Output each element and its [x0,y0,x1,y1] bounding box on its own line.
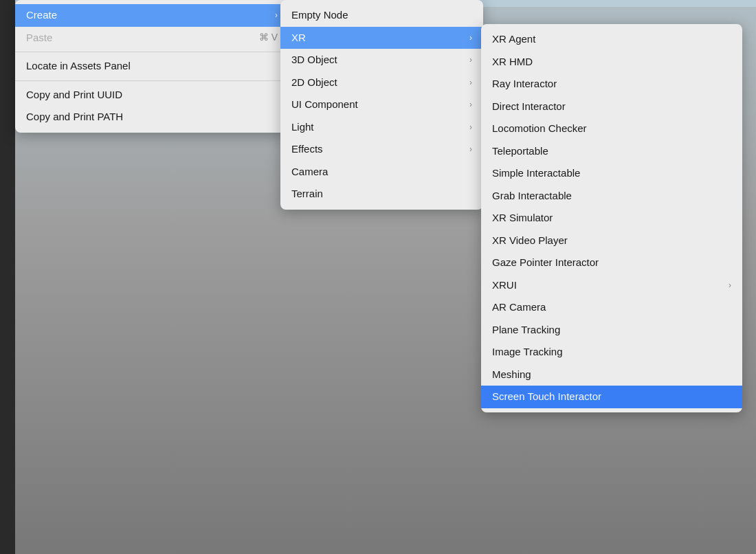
context-menu-level1: Create › Paste ⌘ V Locate in Assets Pane… [15,0,289,133]
menu-item-gaze-pointer-interactor[interactable]: Gaze Pointer Interactor [481,252,742,274]
menu-item-3d-object[interactable]: 3D Object › [280,49,483,71]
menu-item-xr-hmd-label: XR HMD [492,54,731,70]
menu-item-locomotion-checker-label: Locomotion Checker [492,121,731,137]
menu-item-locomotion-checker[interactable]: Locomotion Checker [481,118,742,140]
menu-item-copy-path-label: Copy and Print PATH [26,109,278,125]
menu-item-plane-tracking-label: Plane Tracking [492,322,731,338]
chevron-right-icon: › [275,9,278,21]
menu-item-simple-interactable[interactable]: Simple Interactable [481,162,742,185]
menu-item-grab-interactable-label: Grab Interactable [492,188,731,204]
menu-item-3d-object-label: 3D Object [291,52,469,68]
menu-item-create[interactable]: Create › [15,4,289,27]
menu-item-xr-hmd[interactable]: XR HMD [481,51,742,74]
menu-item-effects-label: Effects [291,142,469,157]
menu-item-direct-interactor-label: Direct Interactor [492,99,731,115]
menu-item-2d-object[interactable]: 2D Object › [280,71,483,94]
3d-object-chevron-icon: › [469,54,472,66]
menu-item-create-label: Create [26,8,275,23]
menu-item-ui-component-label: UI Component [291,97,469,113]
ui-component-chevron-icon: › [469,98,472,111]
menu-divider-2 [15,80,289,81]
effects-chevron-icon: › [469,143,472,155]
light-chevron-icon: › [469,121,472,133]
menu-item-screen-touch-interactor-label: Screen Touch Interactor [492,389,731,405]
menu-item-plane-tracking[interactable]: Plane Tracking [481,319,742,342]
menu-item-ui-component[interactable]: UI Component › [280,93,483,116]
menu-item-effects[interactable]: Effects › [280,138,483,161]
xr-chevron-icon: › [469,32,472,44]
menu-item-xr-label: XR [291,30,469,46]
menu-item-camera[interactable]: Camera [280,161,483,184]
2d-object-chevron-icon: › [469,76,472,89]
menu-item-copy-uuid[interactable]: Copy and Print UUID [15,84,289,107]
menu-item-image-tracking[interactable]: Image Tracking [481,341,742,364]
menu-item-ray-interactor[interactable]: Ray Interactor [481,73,742,96]
menu-item-screen-touch-interactor[interactable]: Screen Touch Interactor [481,386,742,408]
menu-divider-1 [15,52,289,52]
menu-item-locate-assets-label: Locate in Assets Panel [26,58,278,74]
menu-item-teleportable-label: Teleportable [492,144,731,159]
left-sidebar-strip [0,0,15,554]
menu-item-gaze-pointer-interactor-label: Gaze Pointer Interactor [492,255,731,271]
menu-item-xr-agent[interactable]: XR Agent [481,28,742,51]
menu-item-simple-interactable-label: Simple Interactable [492,166,731,181]
paste-shortcut: ⌘ V [259,30,278,45]
menu-item-xr-video-player[interactable]: XR Video Player [481,230,742,252]
menu-item-empty-node[interactable]: Empty Node [280,4,483,27]
menu-item-terrain-label: Terrain [291,186,472,202]
context-menu-level3: XR Agent XR HMD Ray Interactor Direct In… [481,24,742,412]
menu-item-xr-simulator[interactable]: XR Simulator [481,207,742,230]
menu-item-terrain[interactable]: Terrain [280,183,483,206]
menu-item-light-label: Light [291,120,469,135]
context-menu-level2: Empty Node XR › 3D Object › 2D Object › … [280,0,483,210]
menu-item-light[interactable]: Light › [280,116,483,139]
menu-item-xr-agent-label: XR Agent [492,32,731,47]
menu-item-ray-interactor-label: Ray Interactor [492,76,731,92]
menu-item-ar-camera-label: AR Camera [492,300,731,315]
menu-item-meshing-label: Meshing [492,367,731,383]
menu-item-locate-assets[interactable]: Locate in Assets Panel [15,55,289,78]
menu-item-paste-label: Paste [26,30,259,46]
menu-item-2d-object-label: 2D Object [291,75,469,91]
menu-item-camera-label: Camera [291,164,472,180]
menu-item-xr-video-player-label: XR Video Player [492,233,731,249]
menu-item-teleportable[interactable]: Teleportable [481,140,742,163]
menu-item-meshing[interactable]: Meshing [481,364,742,386]
menu-item-empty-node-label: Empty Node [291,8,472,23]
menu-item-copy-uuid-label: Copy and Print UUID [26,87,278,103]
menu-item-image-tracking-label: Image Tracking [492,344,731,360]
menu-item-copy-path[interactable]: Copy and Print PATH [15,106,289,129]
menu-item-direct-interactor[interactable]: Direct Interactor [481,96,742,118]
menu-item-ar-camera[interactable]: AR Camera [481,296,742,319]
menu-item-xr-simulator-label: XR Simulator [492,210,731,226]
menu-item-xrui[interactable]: XRUI › [481,274,742,297]
menu-item-paste[interactable]: Paste ⌘ V [15,27,289,49]
menu-item-xrui-label: XRUI [492,278,729,293]
menu-item-xr[interactable]: XR › [280,27,483,49]
xrui-chevron-icon: › [729,279,731,291]
menu-item-grab-interactable[interactable]: Grab Interactable [481,185,742,208]
